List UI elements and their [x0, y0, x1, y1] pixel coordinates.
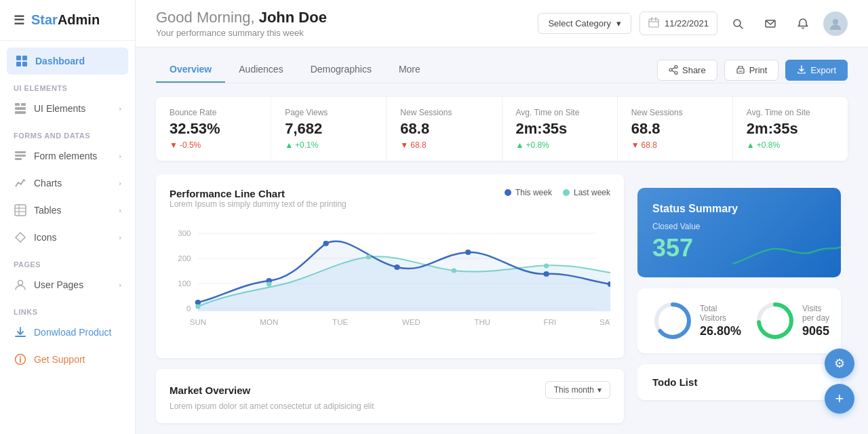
tab-more[interactable]: More [385, 57, 434, 83]
sidebar-item-label: Tables [34, 205, 61, 216]
svg-point-54 [452, 269, 456, 273]
chart-legend: This week Last week [505, 188, 610, 197]
chart-icon [14, 176, 27, 190]
svg-rect-35 [738, 71, 743, 72]
print-button[interactable]: Print [724, 60, 779, 81]
tab-overview[interactable]: Overview [156, 57, 225, 83]
stat-value: 32.53% [170, 120, 257, 138]
ui-icon [14, 102, 27, 115]
svg-text:THU: THU [474, 318, 490, 326]
top-header: Good Morning, John Doe Your performance … [136, 0, 868, 47]
svg-rect-9 [15, 155, 26, 157]
market-overview-card: Market Overview This month ▾ Lorem ipsum… [156, 369, 624, 423]
share-button[interactable]: Share [657, 60, 717, 81]
calendar-icon [648, 17, 659, 30]
tab-actions: Share Print Export [657, 60, 848, 81]
category-label: Select Category [548, 18, 611, 28]
sidebar-item-dashboard[interactable]: Dashboard [7, 47, 128, 75]
svg-rect-3 [22, 62, 27, 66]
tabs-row: Overview Audiences Demographics More Sha… [156, 47, 848, 83]
hamburger-icon[interactable]: ☰ [14, 13, 24, 28]
stat-page-views: Page Views 7,682 ▲ +0.1% [271, 97, 387, 161]
arrow-up-icon: ▲ [516, 140, 524, 150]
legend-last-week: Last week [563, 188, 610, 197]
arrow-down-icon: ▼ [170, 140, 178, 150]
section-label-links: LINKS [0, 298, 135, 319]
sidebar-item-form-elements[interactable]: Form elements › [0, 142, 135, 170]
brand-name: StarAdmin [31, 12, 100, 28]
line-chart: 300 200 100 0 [170, 220, 610, 342]
stat-label: Avg. Time on Site [747, 108, 834, 117]
chevron-right-icon: › [119, 281, 121, 289]
sidebar-item-icons[interactable]: Icons › [0, 224, 135, 251]
total-visitors-label: Total Visitors [700, 304, 741, 323]
donut-chart-2 [755, 300, 795, 341]
export-button[interactable]: Export [785, 60, 848, 81]
mail-button[interactable] [758, 12, 783, 36]
arrow-down-icon: ▼ [400, 140, 408, 150]
svg-point-52 [267, 282, 271, 287]
legend-dot-this-week [505, 189, 511, 196]
sidebar-item-download[interactable]: Donwload Product [0, 319, 135, 346]
tab-audiences[interactable]: Audiences [225, 57, 296, 83]
visits-per-day-label: Visits per day [802, 304, 829, 323]
content-area: Overview Audiences Demographics More Sha… [136, 47, 868, 434]
sidebar-item-ui-elements[interactable]: UI Elements › [0, 95, 135, 122]
total-visitors-donut [652, 300, 693, 341]
chevron-down-icon: ▾ [597, 385, 601, 395]
settings-fab[interactable]: ⚙ [825, 349, 854, 378]
sidebar-nav: Dashboard UI ELEMENTS UI Elements › FORM… [0, 41, 135, 380]
stat-change: ▼ -0.5% [170, 140, 257, 150]
greeting-subtitle: Your performance summary this week [156, 28, 538, 38]
stat-value: 2m:35s [516, 120, 604, 138]
svg-text:300: 300 [178, 229, 191, 237]
tab-demographics[interactable]: Demographics [297, 57, 385, 83]
svg-rect-5 [21, 103, 26, 106]
category-select[interactable]: Select Category ▾ [538, 13, 631, 34]
main-content: Good Morning, John Doe Your performance … [136, 0, 868, 434]
todo-title: Todo List [652, 376, 826, 388]
stat-avg-time: Avg. Time on Site 2m:35s ▲ +0.8% [502, 97, 618, 161]
user-avatar[interactable] [823, 12, 848, 36]
month-selector[interactable]: This month ▾ [545, 381, 610, 399]
svg-rect-10 [15, 158, 22, 160]
sparkline-chart [732, 223, 841, 277]
svg-point-28 [833, 19, 838, 24]
stat-new-sessions-2: New Sessions 68.8 ▼ 68.8 [618, 97, 733, 161]
svg-point-16 [18, 281, 23, 285]
market-header: Market Overview This month ▾ [170, 381, 610, 399]
print-label: Print [749, 65, 768, 75]
svg-rect-8 [15, 151, 26, 153]
legend-label: This week [515, 188, 552, 197]
sidebar-item-tables[interactable]: Tables › [0, 197, 135, 224]
chevron-right-icon: › [119, 152, 121, 160]
sidebar-item-user-pages[interactable]: User Pages › [0, 271, 135, 298]
stat-change: ▲ +0.8% [747, 140, 834, 150]
market-subtitle: Lorem ipsum dolor sit amet consectetur u… [170, 401, 610, 411]
stat-avg-time-2: Avg. Time on Site 2m:35s ▲ +0.8% [733, 97, 848, 161]
month-label: This month [554, 385, 594, 395]
search-button[interactable] [726, 12, 750, 36]
sidebar-item-support[interactable]: Get Support [0, 346, 135, 373]
visitors-card: Total Visitors 26.80% V [637, 288, 841, 353]
stat-change: ▲ +0.8% [516, 140, 604, 150]
svg-text:MON: MON [260, 318, 278, 326]
svg-text:0: 0 [186, 304, 191, 313]
date-picker[interactable]: 11/22/2021 [639, 12, 717, 35]
notifications-button[interactable] [791, 12, 815, 36]
svg-point-29 [675, 66, 677, 68]
svg-rect-4 [15, 103, 20, 106]
visits-per-day-donut [755, 300, 795, 341]
sidebar-item-charts[interactable]: Charts › [0, 170, 135, 197]
todo-card: Todo List [637, 364, 841, 400]
svg-point-55 [544, 264, 549, 269]
sidebar-item-label: Form elements [34, 151, 97, 161]
right-panel: Status Summary Closed Value 357 [637, 174, 848, 423]
legend-dot-last-week [563, 189, 570, 196]
svg-text:200: 200 [178, 254, 191, 262]
svg-text:FRI: FRI [544, 318, 557, 326]
grid-icon [15, 54, 28, 68]
add-fab[interactable]: + [825, 384, 854, 414]
svg-point-46 [323, 241, 328, 246]
chart-title-section: Performance Line Chart Lorem Ipsum is si… [170, 188, 347, 217]
